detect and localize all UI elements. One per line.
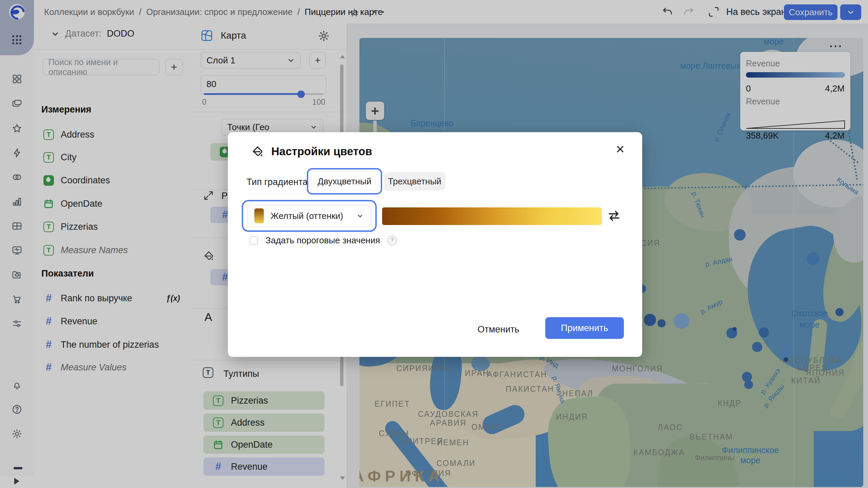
gradient-preview-bar — [382, 207, 602, 225]
apply-button[interactable]: Применить — [545, 317, 624, 339]
threshold-label: Задать пороговые значения — [265, 235, 380, 246]
threshold-row: Задать пороговые значения ? — [250, 235, 397, 246]
threshold-checkbox[interactable] — [250, 236, 258, 245]
palette-swatch — [254, 208, 264, 223]
palette-select[interactable]: Желтый (оттенки) — [247, 205, 371, 227]
datalens-app: Коллекции и воркбуки / Организации: спро… — [0, 0, 868, 488]
help-circle-icon[interactable]: ? — [388, 236, 397, 245]
color-settings-modal: Настройки цветов × Тип градиента Двухцве… — [228, 132, 642, 357]
modal-title: Настройки цветов — [271, 145, 372, 158]
close-icon[interactable]: × — [616, 142, 625, 157]
cancel-button[interactable]: Отменить — [475, 322, 522, 337]
tab-three-color[interactable]: Трехцветный — [384, 172, 445, 190]
tab-two-color[interactable]: Двухцветный — [311, 172, 378, 190]
chevron-down-icon — [356, 212, 364, 220]
paint-bucket-icon — [251, 145, 264, 158]
palette-value: Желтый (оттенки) — [271, 211, 343, 221]
gradient-type-label: Тип градиента — [246, 177, 308, 187]
swap-colors-icon[interactable] — [607, 209, 621, 223]
